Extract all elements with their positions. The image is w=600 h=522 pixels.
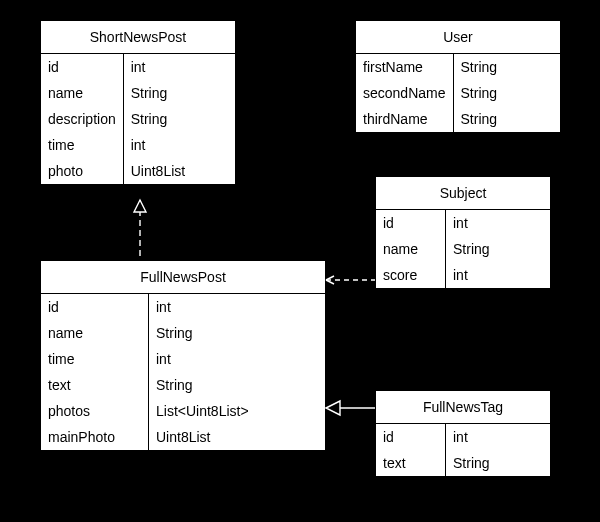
field-name: score (376, 262, 445, 288)
field-type: String (454, 106, 505, 132)
field-type: String (446, 236, 497, 262)
field-name: text (376, 450, 445, 476)
field-name: id (376, 210, 445, 236)
entity-title: User (356, 21, 560, 54)
field-type: Uint8List (149, 424, 256, 450)
entity-body: firstName secondName thirdName String St… (356, 54, 560, 132)
field-type: int (446, 424, 497, 450)
field-name: name (41, 320, 148, 346)
field-name: description (41, 106, 123, 132)
entity-user: User firstName secondName thirdName Stri… (355, 20, 561, 133)
entity-subject: Subject id name score int String int (375, 176, 551, 289)
field-name: firstName (356, 54, 453, 80)
field-type: String (149, 320, 256, 346)
svg-marker-6 (326, 401, 340, 415)
field-name: id (41, 294, 148, 320)
field-name: time (41, 132, 123, 158)
entity-title: FullNewsPost (41, 261, 325, 294)
field-type: List<Uint8List> (149, 398, 256, 424)
field-type: String (454, 54, 505, 80)
svg-line-3 (326, 276, 334, 280)
field-name: time (41, 346, 148, 372)
field-name: name (376, 236, 445, 262)
field-name: secondName (356, 80, 453, 106)
field-name: thirdName (356, 106, 453, 132)
entity-title: Subject (376, 177, 550, 210)
field-name: photos (41, 398, 148, 424)
entity-body: id text int String (376, 424, 550, 476)
field-name: id (376, 424, 445, 450)
field-name: photo (41, 158, 123, 184)
field-type: int (124, 132, 192, 158)
field-type: int (446, 262, 497, 288)
connector-full-to-subject (326, 276, 375, 284)
entity-title: FullNewsTag (376, 391, 550, 424)
field-name: name (41, 80, 123, 106)
field-name: text (41, 372, 148, 398)
field-type: String (454, 80, 505, 106)
entity-shortnewspost: ShortNewsPost id name description time p… (40, 20, 236, 185)
field-type: int (124, 54, 192, 80)
field-type: int (446, 210, 497, 236)
field-type: String (149, 372, 256, 398)
svg-line-4 (326, 280, 334, 284)
entity-body: id name description time photo int Strin… (41, 54, 235, 184)
svg-marker-1 (134, 200, 146, 212)
entity-body: id name time text photos mainPhoto int S… (41, 294, 325, 450)
entity-fullnewspost: FullNewsPost id name time text photos ma… (40, 260, 326, 451)
field-name: id (41, 54, 123, 80)
field-type: int (149, 294, 256, 320)
field-type: Uint8List (124, 158, 192, 184)
field-name: mainPhoto (41, 424, 148, 450)
connector-full-to-tag (326, 401, 375, 415)
field-type: String (446, 450, 497, 476)
field-type: String (124, 80, 192, 106)
field-type: String (124, 106, 192, 132)
field-type: int (149, 346, 256, 372)
entity-body: id name score int String int (376, 210, 550, 288)
entity-fullnewstag: FullNewsTag id text int String (375, 390, 551, 477)
connector-short-to-full (134, 200, 146, 260)
entity-title: ShortNewsPost (41, 21, 235, 54)
